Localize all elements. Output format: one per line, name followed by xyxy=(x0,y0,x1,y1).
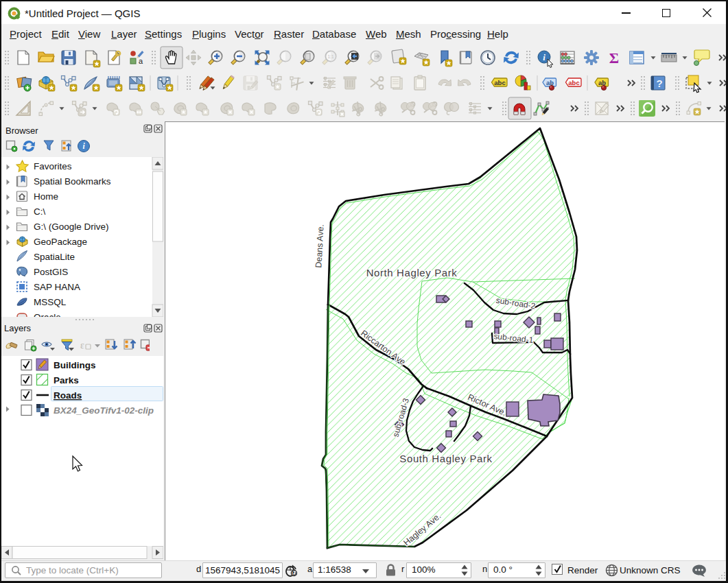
svg-text:South Hagley Park: South Hagley Park xyxy=(399,453,492,464)
svg-text:1:1: 1:1 xyxy=(327,54,333,59)
svg-text:Parks: Parks xyxy=(54,375,79,385)
svg-text:Buildings: Buildings xyxy=(54,360,96,370)
svg-text:ε: ε xyxy=(80,340,84,350)
svg-text:GeoPackage: GeoPackage xyxy=(34,237,87,247)
svg-text:i: i xyxy=(543,52,545,62)
svg-text:Deans Ave.: Deans Ave. xyxy=(314,224,325,268)
svg-text:C:\: C:\ xyxy=(34,206,46,217)
svg-text:abc: abc xyxy=(494,79,505,86)
svg-text:Σ: Σ xyxy=(609,49,619,67)
svg-text:Home: Home xyxy=(34,191,58,202)
svg-text:a: a xyxy=(139,57,143,65)
svg-text:abc: abc xyxy=(568,79,579,86)
svg-text:?: ? xyxy=(656,78,662,89)
svg-text:Spatial Bookmarks: Spatial Bookmarks xyxy=(34,176,111,187)
svg-text:Favorites: Favorites xyxy=(34,161,72,171)
svg-text:↻: ↻ xyxy=(292,571,296,577)
svg-text:MSSQL: MSSQL xyxy=(34,297,67,307)
svg-text:PostGIS: PostGIS xyxy=(34,267,68,277)
svg-text:Oracle: Oracle xyxy=(34,312,61,317)
svg-text:Roads: Roads xyxy=(54,390,82,401)
svg-text:SAP HANA: SAP HANA xyxy=(34,282,80,292)
svg-text:BX24_GeoTifv1-02-clip: BX24_GeoTifv1-02-clip xyxy=(54,405,154,416)
svg-text:SpatiaLite: SpatiaLite xyxy=(34,252,75,262)
svg-text:G:\ (Google Drive): G:\ (Google Drive) xyxy=(34,222,109,232)
svg-text:North Hagley Park: North Hagley Park xyxy=(366,267,458,278)
